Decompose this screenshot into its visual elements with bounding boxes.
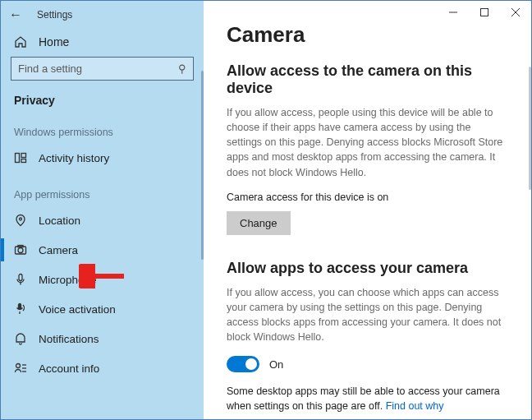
sidebar-item-label: Account info <box>39 362 99 375</box>
search-input[interactable]: Find a setting ⚲ <box>11 57 194 81</box>
svg-point-3 <box>20 218 22 220</box>
allow-apps-toggle[interactable] <box>227 356 259 372</box>
sidebar-item-location[interactable]: Location <box>11 205 194 235</box>
sidebar-item-label: Activity history <box>39 152 109 164</box>
window-title: Settings <box>37 9 72 21</box>
desktop-apps-note: Some desktop apps may still be able to a… <box>227 384 508 413</box>
voice-icon <box>14 302 27 316</box>
sidebar-item-label: Notifications <box>39 333 99 345</box>
svg-point-11 <box>16 364 21 368</box>
windows-permissions-header: Windows permissions <box>11 122 194 143</box>
sidebar-home-label: Home <box>39 35 69 48</box>
sidebar-item-microphone[interactable]: Microphone <box>11 265 194 294</box>
search-icon: ⚲ <box>178 62 186 75</box>
section1-body: If you allow access, people using this d… <box>227 105 508 180</box>
sidebar-item-voice-activation[interactable]: Voice activation <box>11 294 194 324</box>
notifications-icon <box>14 332 27 345</box>
sidebar: ← Settings Home Find a setting ⚲ Privacy… <box>1 1 204 419</box>
sidebar-item-label: Voice activation <box>39 303 116 316</box>
activity-icon <box>14 151 27 164</box>
app-permissions-header: App permissions <box>11 184 194 205</box>
sidebar-item-notifications[interactable]: Notifications <box>11 324 194 353</box>
svg-rect-2 <box>21 159 26 163</box>
find-out-why-link[interactable]: Find out why <box>386 400 444 412</box>
section2-body: If you allow access, you can choose whic… <box>227 285 508 345</box>
sidebar-item-label: Location <box>39 215 80 227</box>
microphone-icon <box>14 273 27 286</box>
section2-heading: Allow apps to access your camera <box>227 260 508 277</box>
page-title: Camera <box>227 22 508 48</box>
sidebar-item-activity-history[interactable]: Activity history <box>11 143 194 173</box>
sidebar-item-label: Microphone <box>39 274 97 286</box>
change-button[interactable]: Change <box>227 211 291 235</box>
main-scrollbar[interactable] <box>529 67 531 190</box>
sidebar-item-label: Camera <box>39 244 78 256</box>
toggle-state-label: On <box>269 358 283 371</box>
main-panel: Camera Allow access to the camera on thi… <box>204 1 531 419</box>
svg-rect-7 <box>19 275 22 281</box>
svg-rect-1 <box>21 154 26 158</box>
sidebar-item-account-info[interactable]: Account info <box>11 353 194 383</box>
sidebar-item-camera[interactable]: Camera <box>11 235 194 265</box>
svg-point-5 <box>18 248 23 253</box>
privacy-category[interactable]: Privacy <box>11 90 194 122</box>
camera-icon <box>14 243 27 256</box>
camera-access-status: Camera access for this device is on <box>227 192 508 203</box>
section1-heading: Allow access to the camera on this devic… <box>227 62 508 97</box>
svg-rect-0 <box>16 154 20 163</box>
home-icon <box>14 35 27 48</box>
search-placeholder: Find a setting <box>18 62 82 75</box>
account-icon <box>14 362 27 375</box>
sidebar-home[interactable]: Home <box>11 29 194 57</box>
location-icon <box>14 214 27 227</box>
back-arrow-icon[interactable]: ← <box>9 7 22 22</box>
